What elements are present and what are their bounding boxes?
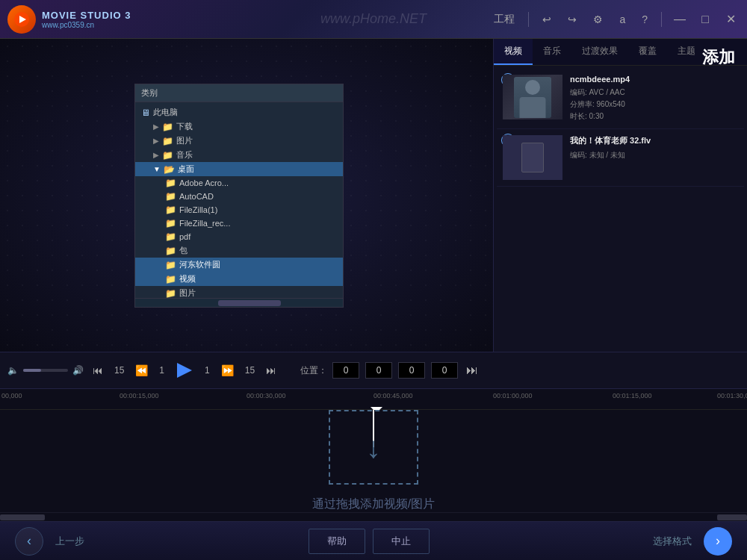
tree-label: FileZilla_rec... [179,219,230,228]
font-button[interactable]: a [613,10,631,28]
arrow-icon: ▶ [153,122,159,131]
logo-text: MOVIE STUDIO 3 www.pc0359.cn [42,10,131,29]
titlebar-controls: 工程 ↩ ↪ ⚙ a ? — □ ✕ [488,9,747,30]
folder-icon: 📁 [165,246,176,256]
next-button[interactable]: › [704,527,732,556]
media-thumb-1 [503,135,562,180]
transport-num1: 15 [112,365,126,376]
stop-button[interactable]: 中止 [373,529,430,554]
computer-icon: 🖥 [141,108,150,118]
skip-end-button[interactable]: ⏭ [261,361,281,379]
drop-arrow-icon: ↓ [366,431,381,464]
scrollbar-thumb[interactable] [218,300,280,306]
step-back-button[interactable]: ⏪ [131,361,152,379]
titlebar: MOVIE STUDIO 3 www.pc0359.cn www.pHome.N… [0,0,747,39]
tree-item-computer[interactable]: 🖥 此电脑 [135,105,343,119]
separator [528,12,529,27]
play-icon [177,363,192,378]
tree-label: 音乐 [176,149,193,161]
position-minutes[interactable]: 0 [365,362,392,379]
media-filename-1: 我的！体育老师 32.flv [570,135,738,146]
tab-overlay[interactable]: 覆盖 [628,39,667,65]
tree-item-adobe[interactable]: 📁 Adobe Acro... [135,176,343,190]
separator2 [661,12,662,27]
tree-item-pdf[interactable]: 📁 pdf [135,230,343,243]
logo-area: MOVIE STUDIO 3 www.pc0359.cn [0,5,138,34]
thumb-person [503,75,562,119]
tree-item-music[interactable]: ▶ 📁 音乐 [135,148,343,162]
prev-button[interactable]: ‹ [15,527,43,556]
tree-item-filezillarec[interactable]: 📁 FileZilla_rec... [135,217,343,230]
folder-icon: 📁 [165,274,176,284]
tree-label: pdf [179,232,190,241]
tree-label: 河东软件圆 [179,259,220,270]
minimize-button[interactable]: — [669,9,690,30]
media-resolution-0: 分辨率: 960x540 [570,99,738,111]
help-button[interactable]: ? [636,10,654,28]
media-card-0: + ncmbdeee.mp4 编码: AVC / AAC 分辨率: 960x54… [497,69,744,129]
app-title: MOVIE STUDIO 3 [42,10,131,21]
ruler-mark-0: 00,000 [1,392,22,399]
transport-bar: 🔈 🔊 ⏮ 15 ⏪ 1 1 ⏩ 15 ⏭ 位置： 0 0 0 0 ⏭ [0,352,747,389]
media-info-0: ncmbdeee.mp4 编码: AVC / AAC 分辨率: 960x540 … [570,75,738,122]
tab-video[interactable]: 视频 [494,39,533,65]
tree-item-autocad[interactable]: 📁 AutoCAD [135,190,343,203]
folder-icon: 📁 [165,260,176,270]
media-codec-0: 编码: AVC / AAC [570,87,738,99]
position-frames[interactable]: 0 [431,362,458,379]
close-button[interactable]: ✕ [720,9,741,30]
goto-end-button[interactable]: ⏭ [466,364,478,377]
undo-button[interactable]: ↩ [536,10,557,28]
hscroll-left-thumb[interactable] [0,514,45,520]
ruler-mark-4: 00:01:00,000 [493,392,533,399]
file-browser-header: 类别 [135,84,343,102]
format-label: 选择格式 [653,535,692,548]
media-codec-1: 编码: 未知 / 未知 [570,149,738,161]
tab-theme[interactable]: 主题 [667,39,706,65]
settings-button[interactable]: ⚙ [587,10,609,28]
tree-item-video[interactable]: 📁 视频 [135,272,343,286]
redo-button[interactable]: ↪ [562,10,583,28]
folder-icon: 📁 [162,150,173,161]
help-button[interactable]: 帮助 [309,529,365,554]
horizontal-scrollbar[interactable] [135,298,343,307]
media-thumb-0 [503,75,562,119]
skip-start-button[interactable]: ⏮ [88,361,108,379]
step-forward-button[interactable]: ⏩ [217,361,238,379]
media-panel: 添加 视频 音乐 过渡效果 覆盖 主题 + [493,39,747,352]
tree-item-pictures[interactable]: ▶ 📁 图片 [135,134,343,148]
hscroll-right-thumb[interactable] [717,514,747,520]
tree-item-desktop[interactable]: ▼ 📂 桌面 [135,162,343,176]
preview-area: 类别 🖥 此电脑 ▶ 📁 下载 ▶ 📁 图片 [0,39,493,352]
drop-zone[interactable]: ↓ [329,410,418,485]
timeline-area[interactable]: ↓ 通过拖拽添加视频/图片 [0,410,747,512]
file-tree[interactable]: 🖥 此电脑 ▶ 📁 下载 ▶ 📁 图片 ▶ � [135,102,343,298]
folder-icon: 📁 [162,136,173,146]
tree-item-hedong[interactable]: 📁 河东软件圆 [135,258,343,272]
menu-project[interactable]: 工程 [488,10,521,29]
media-card-1: + 我的！体育老师 32.flv 编码: 未知 / 未知 [497,129,744,187]
tree-item-package[interactable]: 📁 包 [135,243,343,258]
media-info-1: 我的！体育老师 32.flv 编码: 未知 / 未知 [570,135,738,180]
tree-label: FileZilla(1) [179,205,217,214]
watermark-text: www.pHome.NET [320,11,427,27]
timeline-horizontal-scrollbar[interactable] [0,512,747,521]
tab-transition[interactable]: 过渡效果 [571,39,628,65]
position-hours[interactable]: 0 [332,362,359,379]
top-panel: 类别 🖥 此电脑 ▶ 📁 下载 ▶ 📁 图片 [0,39,747,352]
tree-item-images[interactable]: 📁 图片 [135,286,343,298]
volume-slider[interactable] [23,369,68,372]
folder-icon: 📁 [165,191,176,202]
arrow-icon: ▼ [153,165,161,173]
arrow-icon: ▶ [153,137,159,145]
tree-label: 图片 [176,135,193,146]
tree-item-download[interactable]: ▶ 📁 下载 [135,119,343,134]
transport-num4: 15 [243,365,257,376]
tab-music[interactable]: 音乐 [533,39,571,65]
maximize-button[interactable]: □ [695,9,716,30]
volume-low-icon: 🔈 [7,365,19,376]
position-seconds[interactable]: 0 [398,362,425,379]
play-button[interactable] [171,357,198,384]
folder-icon: 📁 [165,288,176,299]
tree-item-filezilla1[interactable]: 📁 FileZilla(1) [135,203,343,217]
